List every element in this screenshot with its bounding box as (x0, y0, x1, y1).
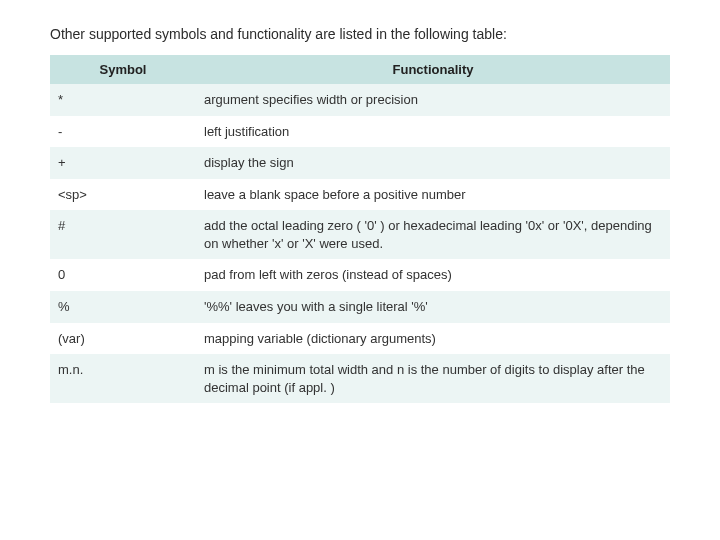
cell-functionality: mapping variable (dictionary arguments) (196, 323, 670, 355)
table-row: m.n. m is the minimum total width and n … (50, 354, 670, 403)
table-row: 0 pad from left with zeros (instead of s… (50, 259, 670, 291)
table-row: * argument specifies width or precision (50, 84, 670, 116)
cell-functionality: leave a blank space before a positive nu… (196, 179, 670, 211)
table-row: <sp> leave a blank space before a positi… (50, 179, 670, 211)
cell-functionality: pad from left with zeros (instead of spa… (196, 259, 670, 291)
cell-functionality: left justification (196, 116, 670, 148)
cell-symbol: <sp> (50, 179, 196, 211)
cell-functionality: '%%' leaves you with a single literal '%… (196, 291, 670, 323)
table-row: # add the octal leading zero ( '0' ) or … (50, 210, 670, 259)
cell-functionality: m is the minimum total width and n is th… (196, 354, 670, 403)
table-row: (var) mapping variable (dictionary argum… (50, 323, 670, 355)
cell-symbol: - (50, 116, 196, 148)
cell-symbol: # (50, 210, 196, 259)
table-row: + display the sign (50, 147, 670, 179)
cell-symbol: % (50, 291, 196, 323)
cell-functionality: add the octal leading zero ( '0' ) or he… (196, 210, 670, 259)
cell-symbol: 0 (50, 259, 196, 291)
header-functionality: Functionality (196, 55, 670, 84)
intro-text: Other supported symbols and functionalit… (50, 25, 670, 43)
table-row: - left justification (50, 116, 670, 148)
cell-symbol: (var) (50, 323, 196, 355)
cell-symbol: m.n. (50, 354, 196, 403)
cell-functionality: display the sign (196, 147, 670, 179)
cell-symbol: + (50, 147, 196, 179)
header-symbol: Symbol (50, 55, 196, 84)
cell-functionality: argument specifies width or precision (196, 84, 670, 116)
cell-symbol: * (50, 84, 196, 116)
table-row: % '%%' leaves you with a single literal … (50, 291, 670, 323)
symbols-table: Symbol Functionality * argument specifie… (50, 55, 670, 403)
